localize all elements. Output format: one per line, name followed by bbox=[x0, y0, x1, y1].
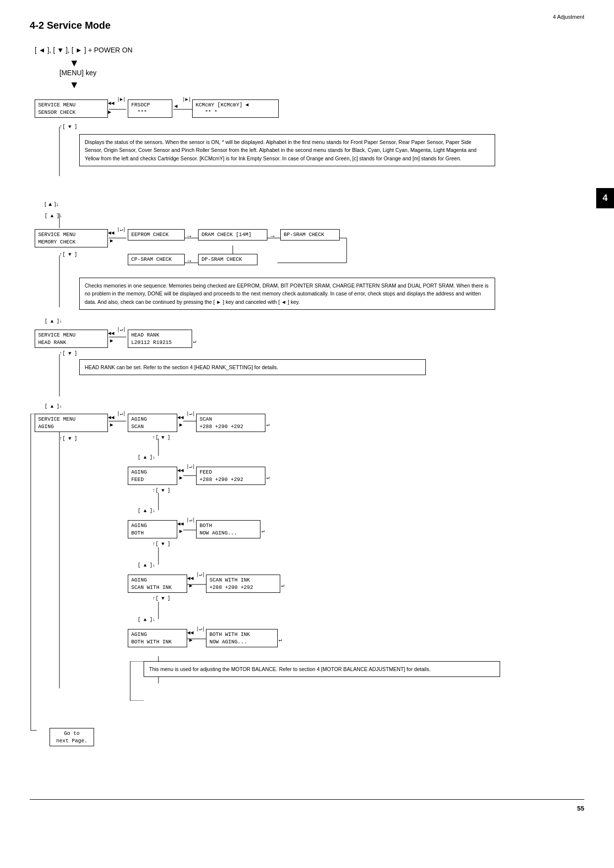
arr-head-down: ↑[ ▼ ] bbox=[59, 351, 77, 356]
service-memory-box: SERVICE MENU MEMORY CHECK bbox=[35, 229, 108, 247]
arr-head-right: ► bbox=[110, 338, 113, 344]
left-bracket-svg bbox=[30, 414, 38, 735]
aging-both-ink-box: AGING BOTH WITH INK bbox=[128, 629, 187, 647]
bracket-top-mem: |↵| bbox=[117, 227, 126, 233]
bracket-up-head: [ ▲ ]↓ bbox=[45, 319, 62, 324]
aging-feed-box: AGING FEED bbox=[128, 467, 177, 485]
arr-frsocp-r: ◄ bbox=[174, 103, 178, 109]
memory-desc: Checks memories in one sequence. Memorie… bbox=[79, 278, 495, 310]
kcmcmy-box: KCMcmY [KCMcmY] ◄ ** * bbox=[192, 99, 279, 118]
goto-next-box: Go to next Page. bbox=[50, 728, 94, 746]
head-rank-val-box: HEAD RANK L20112 R19215 bbox=[128, 330, 192, 348]
diagram-area: [ ▲ ]↓ SERVICE MENU SENSOR CHECK ◄◄ ► |►… bbox=[30, 95, 574, 797]
aging-bracket-svg bbox=[128, 661, 145, 701]
bracket-agingbothink: |↵| bbox=[196, 626, 205, 632]
arr-mem-down: ↑[ ▼ ] bbox=[59, 252, 77, 257]
frsocp-box: FRSOCP *** bbox=[128, 99, 172, 118]
bp-sram-box: BP-SRAM CHECK bbox=[280, 229, 340, 241]
bracket-up-feed: [ ▲ ]↓ bbox=[138, 455, 155, 460]
connector-lines bbox=[30, 95, 574, 797]
arr-mem-right: ► bbox=[110, 238, 113, 244]
arr-agingscanink-down: ↑[ ▼ ] bbox=[153, 596, 170, 601]
arr-sensor-right: ► bbox=[108, 109, 111, 115]
eeprom-box: EEPROM CHECK bbox=[128, 229, 185, 241]
arr-agingboth-left: ◄◄ bbox=[177, 521, 184, 527]
chapter-marker: 4 bbox=[596, 188, 614, 208]
arr-agingboth-down: ↑[ ▼ ] bbox=[153, 541, 170, 547]
menu-key-label: [MENU] key bbox=[59, 69, 584, 77]
bracket-frsocp-r: |►| bbox=[182, 97, 191, 102]
scan-val-box: SCAN +288 +290 +292 bbox=[196, 414, 265, 432]
bracket-top-aging: |↵| bbox=[117, 411, 126, 417]
bracket-up-aging: [ ▲ ]↓ bbox=[45, 404, 62, 409]
page-number: 55 bbox=[577, 805, 584, 812]
arr-cp-r: → bbox=[186, 257, 193, 265]
arr-aging-left: ◄◄ bbox=[108, 415, 114, 421]
arr-scan-return: ↵ bbox=[266, 421, 270, 428]
arr-agingfeed-down: ↑[ ▼ ] bbox=[153, 488, 170, 493]
bracket-agingfeed: |↵| bbox=[186, 464, 195, 470]
arr-head-left: ◄◄ bbox=[108, 331, 114, 337]
arr-aging-right: ► bbox=[110, 422, 113, 428]
arrow-power-down: ▼ bbox=[69, 57, 584, 69]
arr-mem-left: ◄◄ bbox=[108, 230, 114, 236]
arr-bothink-return: ↵ bbox=[279, 636, 282, 643]
bracket-top-head: |↵| bbox=[117, 327, 126, 333]
aging-desc: This menu is used for adjusting the MOTO… bbox=[144, 661, 500, 677]
aging-both-box: AGING BOTH bbox=[128, 520, 177, 538]
arr-agingbothink-left: ◄◄ bbox=[187, 630, 194, 636]
arr-agingscanink-left: ◄◄ bbox=[187, 576, 194, 581]
arrow-menu-down: ▼ bbox=[69, 79, 584, 91]
arr-agingscan-down: ↑[ ▼ ] bbox=[153, 435, 170, 440]
bracket-agingscanink: |↵| bbox=[196, 572, 205, 578]
bracket-agingscan: |↵| bbox=[186, 411, 195, 417]
arr-sensor-left: ◄◄ bbox=[108, 100, 114, 106]
dp-sram-box: DP-SRAM CHECK bbox=[198, 254, 257, 265]
power-on-line: [ ◄ ], [ ▼ ], [ ► ] + POWER ON bbox=[35, 46, 584, 54]
cp-sram-box: CP-SRAM CHECK bbox=[128, 254, 185, 265]
top-right-label: 4 Adjustment bbox=[553, 14, 584, 20]
arr-agingscanink-right: ► bbox=[189, 583, 193, 589]
arr-head-return: ↵ bbox=[193, 338, 197, 344]
both-ink-val-box: BOTH WITH INK NOW AGING... bbox=[206, 629, 278, 647]
service-aging-box: SERVICE MENU AGING bbox=[35, 414, 108, 432]
scan-ink-val-box: SCAN WITH INK +288 +290 +292 bbox=[206, 575, 280, 593]
bracket-up-both: [ ▲ ]↓ bbox=[138, 508, 155, 514]
arr-agingboth-right: ► bbox=[179, 529, 183, 534]
service-head-box: SERVICE MENU HEAD RANK bbox=[35, 330, 108, 348]
head-rank-desc: HEAD RANK can be set. Refer to the secti… bbox=[79, 359, 426, 375]
both-val-box: BOTH NOW AGING... bbox=[196, 520, 260, 538]
arr-both-return: ↵ bbox=[261, 528, 265, 534]
dram-box: DRAM CHECK [14M] bbox=[198, 229, 267, 241]
page-title: 4-2 Service Mode bbox=[30, 20, 584, 31]
aging-scan-box: AGING SCAN bbox=[128, 414, 177, 432]
sensor-desc: Displays the status of the sensors. When… bbox=[79, 134, 495, 166]
arr-scanink-return: ↵ bbox=[281, 582, 285, 588]
arr-dram-r: → bbox=[269, 232, 276, 240]
arr-feed-return: ↵ bbox=[266, 474, 270, 481]
bracket-up-memory: [ ▲ ]↓ bbox=[45, 213, 62, 219]
aging-scan-ink-box: AGING SCAN WITH INK bbox=[128, 575, 187, 593]
arr-aging-down: ↑[ ▼ ] bbox=[59, 436, 77, 441]
arr-sensor-down: ↑[ ▼ ] bbox=[59, 124, 77, 130]
bracket-up-scan-ink: [ ▲ ]↓ bbox=[138, 563, 155, 568]
bracket-up-1: [ ▲ ]↓ bbox=[45, 201, 59, 207]
arr-agingscan-right: ► bbox=[179, 422, 183, 428]
arr-eeprom-r: → bbox=[186, 232, 193, 240]
feed-val-box: FEED +288 +290 +292 bbox=[196, 467, 265, 485]
service-sensor-box: SERVICE MENU SENSOR CHECK bbox=[35, 99, 108, 118]
arr-agingbothink-right: ► bbox=[189, 637, 193, 643]
arr-agingfeed-right: ► bbox=[179, 475, 183, 481]
bracket-agingboth: |↵| bbox=[186, 517, 195, 523]
bracket-up-both-ink: [ ▲ ]↓ bbox=[138, 617, 155, 623]
bracket-top-sensor: |►| bbox=[117, 97, 126, 102]
arr-agingfeed-left: ◄◄ bbox=[177, 468, 184, 474]
arr-agingscan-left: ◄◄ bbox=[177, 415, 184, 421]
